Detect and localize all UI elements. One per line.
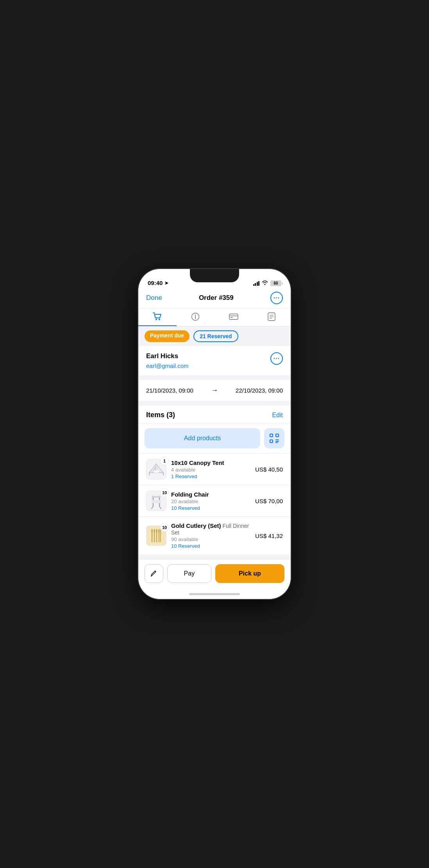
svg-rect-26 bbox=[152, 496, 161, 498]
customer-name: Earl Hicks bbox=[146, 352, 189, 360]
scan-barcode-button[interactable] bbox=[264, 428, 284, 448]
reserved-badge: 21 Reserved bbox=[193, 330, 238, 342]
product-item: 10 Foldi bbox=[138, 485, 291, 517]
items-section: Items (3) Edit Add products bbox=[138, 405, 291, 554]
pencil-icon bbox=[150, 570, 157, 577]
signal-icon bbox=[253, 281, 260, 286]
date-row: 21/10/2023, 09:00 → 22/10/2023, 09:00 bbox=[138, 380, 291, 401]
edit-items-button[interactable]: Edit bbox=[272, 412, 283, 419]
tab-cart[interactable] bbox=[138, 308, 177, 326]
add-products-row: Add products bbox=[138, 423, 291, 454]
svg-rect-14 bbox=[270, 440, 273, 443]
pickup-button[interactable]: Pick up bbox=[215, 564, 284, 583]
customer-email[interactable]: earl@gmail.com bbox=[146, 362, 189, 369]
svg-rect-13 bbox=[276, 434, 279, 437]
wifi-icon bbox=[262, 280, 268, 286]
home-indicator bbox=[138, 591, 291, 599]
svg-rect-7 bbox=[231, 317, 233, 318]
home-pill bbox=[189, 593, 240, 595]
product-info: Folding Chair 20 available 10 Reserved bbox=[171, 491, 250, 511]
svg-rect-23 bbox=[154, 470, 159, 473]
card-icon bbox=[229, 313, 238, 322]
svg-rect-12 bbox=[270, 434, 273, 437]
notes-icon bbox=[268, 312, 275, 323]
battery-icon: 60 bbox=[270, 280, 281, 286]
action-bar: Pay Pick up bbox=[138, 559, 291, 591]
status-icons: 60 bbox=[253, 280, 282, 286]
svg-point-37 bbox=[156, 529, 158, 533]
more-options-button[interactable]: ··· bbox=[270, 292, 283, 304]
tab-payment[interactable] bbox=[214, 309, 253, 325]
svg-point-1 bbox=[159, 319, 160, 320]
product-item: 10 bbox=[138, 517, 291, 554]
tab-info[interactable] bbox=[177, 308, 215, 326]
product-price: US$ 40,50 bbox=[255, 466, 283, 473]
svg-point-35 bbox=[151, 529, 153, 533]
cart-icon bbox=[153, 312, 162, 323]
svg-rect-27 bbox=[152, 500, 161, 503]
svg-line-28 bbox=[152, 506, 153, 509]
product-price: US$ 41,32 bbox=[255, 533, 283, 539]
product-name: Folding Chair bbox=[171, 491, 250, 498]
product-info: 10x10 Canopy Tent 4 available 1 Reserved bbox=[171, 459, 250, 479]
badges-row: Payment due 21 Reserved bbox=[138, 326, 291, 346]
add-products-button[interactable]: Add products bbox=[145, 428, 260, 448]
edit-button[interactable] bbox=[145, 564, 163, 583]
product-info: Gold Cutlery (Set)Full Dinner Set 90 ava… bbox=[171, 522, 250, 549]
items-title: Items (3) bbox=[146, 411, 175, 419]
product-thumb-container: 1 bbox=[146, 459, 166, 479]
svg-point-36 bbox=[154, 529, 156, 533]
product-thumb-container: 10 bbox=[146, 491, 166, 511]
status-time: 09:40 ➤ bbox=[148, 280, 168, 286]
product-qty-badge: 10 bbox=[160, 488, 169, 497]
date-arrow-icon: → bbox=[211, 386, 218, 395]
nav-bar: Done Order #359 ··· bbox=[138, 289, 291, 308]
payment-due-badge: Payment due bbox=[145, 330, 189, 342]
items-header: Items (3) Edit bbox=[138, 405, 291, 423]
product-available: 20 available bbox=[171, 499, 250, 504]
product-reserved: 10 Reserved bbox=[171, 543, 250, 549]
svg-point-4 bbox=[195, 314, 196, 315]
product-available: 90 available bbox=[171, 536, 250, 542]
pay-button[interactable]: Pay bbox=[167, 564, 211, 583]
product-reserved: 10 Reserved bbox=[171, 505, 250, 511]
product-available: 4 available bbox=[171, 467, 250, 473]
product-qty-badge: 10 bbox=[160, 523, 169, 532]
tab-notes[interactable] bbox=[253, 308, 291, 326]
product-reserved: 1 Reserved bbox=[171, 473, 250, 479]
svg-point-38 bbox=[158, 529, 160, 533]
customer-more-button[interactable]: ··· bbox=[270, 352, 283, 365]
product-name: 10x10 Canopy Tent bbox=[171, 459, 250, 466]
product-item: 1 10x10 bbox=[138, 454, 291, 485]
page-title: Order #359 bbox=[199, 294, 234, 302]
end-date: 22/10/2023, 09:00 bbox=[236, 387, 283, 394]
product-qty-badge: 1 bbox=[160, 457, 169, 465]
main-content: Earl Hicks earl@gmail.com ··· 21/10/2023… bbox=[138, 346, 291, 559]
product-name: Gold Cutlery (Set)Full Dinner Set bbox=[171, 522, 250, 536]
svg-line-29 bbox=[159, 506, 161, 509]
done-button[interactable]: Done bbox=[146, 294, 162, 302]
tab-bar bbox=[138, 308, 291, 326]
start-date: 21/10/2023, 09:00 bbox=[146, 387, 193, 394]
svg-point-0 bbox=[156, 319, 157, 320]
svg-line-39 bbox=[155, 571, 156, 572]
location-icon: ➤ bbox=[164, 280, 168, 286]
product-price: US$ 70,00 bbox=[255, 498, 283, 504]
product-thumb-container: 10 bbox=[146, 525, 166, 546]
customer-section: Earl Hicks earl@gmail.com ··· bbox=[138, 346, 291, 375]
info-icon bbox=[191, 312, 200, 323]
svg-rect-5 bbox=[229, 314, 238, 319]
barcode-scan-icon bbox=[269, 433, 279, 443]
